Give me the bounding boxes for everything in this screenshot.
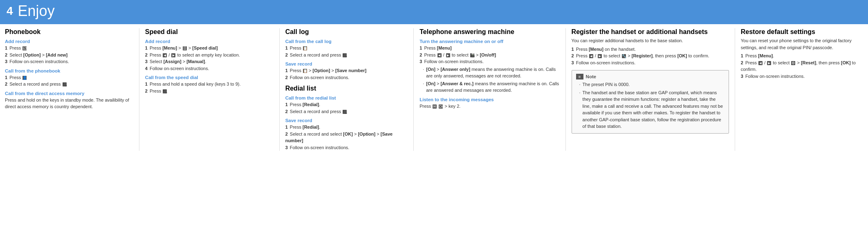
right-icon4: ► xyxy=(767,61,771,65)
step-item: 3 Follow on-screen instructions. xyxy=(419,58,559,65)
column-restore: Restore default settings You can reset y… xyxy=(741,28,863,151)
right-icon2: ► xyxy=(446,53,450,57)
left-icon: ◄ xyxy=(163,53,167,57)
call-redial-steps: 1 Press [Redial]. 2 Select a record and … xyxy=(285,101,408,115)
step-item: 2 Press ◄ / ► to select ⚙ > [Reset], the… xyxy=(741,59,857,73)
subsection-speed-add: Add record xyxy=(145,39,274,44)
step-item: 1 Press [Redial]. xyxy=(285,124,408,131)
step-item: 2 Select a record and press 📞 xyxy=(285,52,408,59)
step-item: 2 Select [Option] > [Add new] xyxy=(5,52,133,59)
register-body: You can register additional handsets to … xyxy=(572,37,729,44)
call-icon3: 📞 xyxy=(343,53,347,57)
step-item: 2 Select a record and select [OK] > [Opt… xyxy=(285,131,408,144)
subsection-save-calllog: Save record xyxy=(285,61,408,66)
subsection-save-redial: Save record xyxy=(285,118,408,123)
step-item: 1 Press [Redial]. xyxy=(285,101,408,108)
step-item: 4 Follow on-screen instructions. xyxy=(145,65,274,72)
main-content: Phonebook Add record 1 Press 🗠 2 Select … xyxy=(0,24,868,155)
note-label: Note xyxy=(586,74,597,79)
note-icon xyxy=(576,74,583,79)
left-icon2: ◄ xyxy=(437,53,442,57)
speed-add-steps: 1 Press [Menu] > ☰ > [Speed dial] 2 Pres… xyxy=(145,45,274,72)
column-calllog: Call log Call from the call log 1 Press … xyxy=(285,28,414,151)
page-header: 4 Enjoy xyxy=(0,0,868,23)
answer-icon: 📠 xyxy=(470,53,474,57)
msg-icon: ✉ xyxy=(433,104,437,109)
step-item: 1 Press 🗠 xyxy=(5,45,133,52)
chapter-title: Enjoy xyxy=(18,2,55,20)
add-record-steps: 1 Press 🗠 2 Select [Option] > [Add new] … xyxy=(5,45,133,65)
step-item: 2 Select a record and press 📞 xyxy=(5,81,133,88)
step-item: 1 Press [Menu] on the handset. xyxy=(572,46,729,53)
settings-icon: ⚙ xyxy=(791,61,795,65)
note-bullets: The preset PIN is 0000. The handset and … xyxy=(576,81,724,130)
phonebook-icon: 🗠 xyxy=(22,46,27,50)
step-item: 3 Follow on-screen instructions. xyxy=(741,73,857,80)
step-item: 3 Follow on-screen instructions. xyxy=(5,58,133,65)
note-box: Note The preset PIN is 0000. The handset… xyxy=(572,70,729,134)
right-icon3: ► xyxy=(598,54,602,58)
onoff-bullets: [On] > [Answer only] means the answering… xyxy=(419,66,559,94)
contact-icon: 👤 xyxy=(22,76,27,80)
left-icon4: ◄ xyxy=(758,61,763,65)
step-item: 2 Select a record and press 📞 xyxy=(285,108,408,115)
speed-dial-title: Speed dial xyxy=(145,28,274,36)
direct-access-body: Press and hold on the keys in standby mo… xyxy=(5,97,133,110)
chapter-number: 4 xyxy=(7,5,13,18)
log-icon2: 📋 xyxy=(303,69,307,73)
log-icon: 📋 xyxy=(303,46,307,50)
step-item: 1 Press [Menu] xyxy=(419,45,559,52)
call-icon: 📞 xyxy=(63,82,67,86)
note-header: Note xyxy=(576,74,724,79)
subsection-direct-access: Call from the direct access memory xyxy=(5,91,133,96)
restore-steps: 1 Press [Menu]. 2 Press ◄ / ► to select … xyxy=(741,52,857,79)
step-item: 1 Press 👤 xyxy=(5,74,133,81)
subsection-add-record: Add record xyxy=(5,39,133,44)
subsection-turn-onoff: Turn the answering machine on or off xyxy=(419,39,559,44)
left-icon3: ◄ xyxy=(589,54,593,58)
step-item: 2 Follow on-screen instructions. xyxy=(285,74,408,81)
column-answering: Telephone answering machine Turn the ans… xyxy=(419,28,565,151)
subsection-call-redial: Call from the redial list xyxy=(285,95,408,100)
column-phonebook: Phonebook Add record 1 Press 🗠 2 Select … xyxy=(5,28,139,151)
step-item: 2 Press ◄ / ► to select 📠 > [On/off] xyxy=(419,52,559,59)
restore-body: You can reset your phone settings to the… xyxy=(741,37,857,51)
step-item: 1 Press [Menu] > ☰ > [Speed dial] xyxy=(145,45,274,52)
subsection-listen-incoming: Listen to the incoming messages xyxy=(419,97,559,102)
step-item: 1 Press [Menu]. xyxy=(741,52,857,59)
step-item: 3 Follow on-screen instructions. xyxy=(572,59,729,66)
call-icon2: 📞 xyxy=(163,89,167,93)
subsection-call-phonebook: Call from the phonebook xyxy=(5,68,133,73)
redial-title: Redial list xyxy=(285,85,408,92)
register-title: Register the handset or additional hands… xyxy=(572,28,729,36)
note-bullet: The handset and the base station are GAP… xyxy=(579,89,724,130)
step-item: 3 Select [Assign] > [Manual]. xyxy=(145,58,274,65)
save-redial-steps: 1 Press [Redial]. 2 Select a record and … xyxy=(285,124,408,151)
step-item: 1 Press 📋 xyxy=(285,45,408,52)
step-item: 2 Press ◄ / ► to select an empty key loc… xyxy=(145,52,274,59)
subsection-call-speed-dial: Call from the speed dial xyxy=(145,75,274,80)
column-speed-dial: Speed dial Add record 1 Press [Menu] > ☰… xyxy=(145,28,280,151)
answering-title: Telephone answering machine xyxy=(419,28,559,36)
calllog-title: Call log xyxy=(285,28,408,36)
call-log-steps: 1 Press 📋 2 Select a record and press 📞 xyxy=(285,45,408,58)
save-calllog-steps: 1 Press 📋 > [Option] > [Save number] 2 F… xyxy=(285,67,408,81)
listen-body: Press ✉ OK > key 2. xyxy=(419,103,559,110)
note-bullet: The preset PIN is 0000. xyxy=(579,81,724,88)
subsection-call-from-log: Call from the call log xyxy=(285,39,408,44)
call-speed-steps: 1 Press and hold a speed dial key (keys … xyxy=(145,81,274,94)
call-phonebook-steps: 1 Press 👤 2 Select a record and press 📞 xyxy=(5,74,133,88)
step-item: 1 Press 📋 > [Option] > [Save number] xyxy=(285,67,408,74)
right-icon: ► xyxy=(171,53,175,57)
reg-icon: 🔧 xyxy=(622,54,626,58)
step-item: 2 Press 📞 xyxy=(145,88,274,95)
step-item: 3 Follow on-screen instructions. xyxy=(285,144,408,151)
menu-icon: ☰ xyxy=(183,46,187,50)
register-steps: 1 Press [Menu] on the handset. 2 Press ◄… xyxy=(572,46,729,66)
phonebook-title: Phonebook xyxy=(5,28,133,36)
turn-onoff-steps: 1 Press [Menu] 2 Press ◄ / ► to select 📠… xyxy=(419,45,559,65)
call-icon4: 📞 xyxy=(343,110,347,114)
step-item: 2 Press ◄ / ► to select 🔧 > [Register], … xyxy=(572,52,729,59)
ok-icon: OK xyxy=(439,104,443,109)
bullet-item: [On] > [Answer & rec.] means the answeri… xyxy=(423,80,559,94)
